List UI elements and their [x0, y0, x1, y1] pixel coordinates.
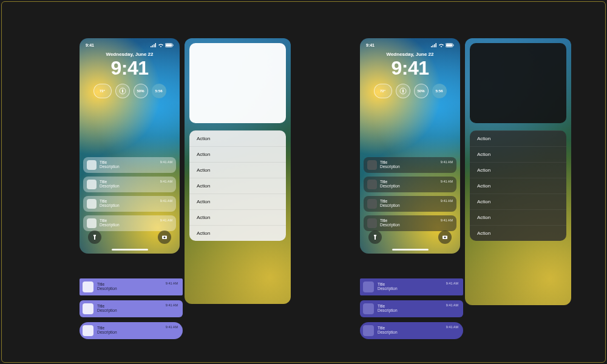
- notif-time: 9:41 AM: [446, 281, 458, 285]
- notif-time: 9:41 AM: [441, 180, 453, 183]
- lock-time: 9:41: [80, 58, 180, 78]
- context-action[interactable]: Action: [189, 146, 286, 162]
- app-icon: [363, 303, 374, 314]
- notification-preview[interactable]: [470, 43, 566, 123]
- context-action[interactable]: Action: [470, 162, 566, 178]
- lock-widgets: 72° 50% 5:56: [360, 84, 460, 98]
- notif-time: 9:41 AM: [166, 281, 178, 285]
- context-action[interactable]: Action: [470, 178, 566, 194]
- svg-point-5: [164, 237, 166, 238]
- context-action[interactable]: Action: [470, 225, 566, 241]
- lock-notifications: TitleDescription 9:41 AM TitleDescriptio…: [364, 157, 456, 231]
- camera-button[interactable]: [158, 231, 171, 244]
- notif-time: 9:41 AM: [160, 199, 172, 203]
- status-icons: [431, 42, 454, 47]
- notification-variant-square[interactable]: TitleDescription 9:41 AM: [80, 278, 183, 295]
- svg-rect-2: [173, 44, 174, 46]
- context-action[interactable]: Action: [189, 194, 286, 209]
- lock-datetime: Wednesday, June 22 9:41: [80, 52, 180, 78]
- notification-preview[interactable]: [189, 43, 286, 123]
- notification-variants-dark: TitleDescription 9:41 AM TitleDescriptio…: [360, 278, 463, 339]
- svg-rect-7: [446, 44, 452, 46]
- lock-notification[interactable]: TitleDescription 9:41 AM: [83, 196, 176, 212]
- widget-humidity[interactable]: 50%: [414, 84, 429, 98]
- camera-button[interactable]: [438, 231, 452, 244]
- context-action[interactable]: Action: [470, 130, 566, 146]
- app-icon: [363, 281, 374, 292]
- widget-compass[interactable]: [115, 84, 130, 98]
- notification-variant-rounded[interactable]: TitleDescription 9:41 AM: [80, 300, 183, 317]
- status-icons: [151, 42, 174, 47]
- notification-variant-rounded[interactable]: TitleDescription 9:41 AM: [360, 300, 463, 317]
- lock-notification[interactable]: TitleDescription 9:41 AM: [364, 177, 456, 192]
- lock-date: Wednesday, June 22: [360, 52, 460, 57]
- lock-notification[interactable]: TitleDescription 9:41 AM: [83, 215, 176, 231]
- notif-time: 9:41 AM: [166, 325, 178, 329]
- status-bar: 9:41: [80, 38, 180, 48]
- app-icon: [367, 160, 377, 170]
- compass-icon: [119, 87, 126, 95]
- context-action[interactable]: Action: [470, 146, 566, 162]
- status-bar: 9:41: [360, 38, 460, 48]
- lockscreen-dark: 9:41 Wednesday, June 22 9:41 72° 50% 5:5…: [360, 38, 460, 254]
- svg-rect-8: [453, 44, 454, 46]
- quick-actions: [88, 231, 171, 244]
- notification-variant-square[interactable]: TitleDescription 9:41 AM: [360, 278, 463, 295]
- context-panel-light: Action Action Action Action Action Actio…: [185, 38, 291, 304]
- widget-weather[interactable]: 72°: [374, 84, 392, 98]
- notif-time: 9:41 AM: [160, 160, 172, 164]
- home-indicator[interactable]: [392, 249, 429, 251]
- widget-humidity[interactable]: 50%: [134, 84, 148, 98]
- app-icon: [87, 199, 97, 209]
- lock-date: Wednesday, June 22: [80, 52, 180, 57]
- widget-compass[interactable]: [396, 84, 410, 98]
- context-action[interactable]: Action: [189, 162, 286, 178]
- cellular-icon: [431, 43, 437, 47]
- lock-notification[interactable]: TitleDescription 9:41 AM: [364, 196, 456, 212]
- context-action[interactable]: Action: [189, 225, 286, 241]
- lock-notification[interactable]: TitleDescription 9:41 AM: [83, 157, 176, 173]
- camera-icon: [161, 234, 168, 240]
- app-icon: [87, 160, 97, 170]
- lock-notification[interactable]: TitleDescription 9:41 AM: [364, 157, 456, 173]
- widget-time[interactable]: 5:56: [432, 84, 447, 98]
- svg-rect-1: [166, 44, 172, 46]
- notif-time: 9:41 AM: [160, 218, 172, 222]
- app-icon: [87, 180, 97, 189]
- lock-notifications: TitleDescription 9:41 AM TitleDescriptio…: [83, 157, 176, 231]
- app-icon: [363, 325, 374, 336]
- lock-datetime: Wednesday, June 22 9:41: [360, 52, 460, 78]
- lock-time: 9:41: [360, 58, 460, 78]
- battery-icon: [165, 43, 174, 47]
- context-actions: Action Action Action Action Action Actio…: [470, 130, 566, 241]
- notif-time: 9:41 AM: [441, 218, 453, 222]
- app-icon: [367, 180, 377, 189]
- widget-time[interactable]: 5:56: [152, 84, 166, 98]
- status-time: 9:41: [86, 43, 94, 47]
- context-action[interactable]: Action: [189, 178, 286, 194]
- status-time: 9:41: [366, 43, 375, 47]
- home-indicator[interactable]: [112, 249, 148, 251]
- context-panel-dark: Action Action Action Action Action Actio…: [465, 38, 571, 305]
- notification-variant-pill[interactable]: TitleDescription 9:41 AM: [80, 322, 183, 339]
- notification-variant-pill[interactable]: TitleDescription 9:41 AM: [360, 322, 463, 339]
- wifi-icon: [158, 43, 164, 47]
- context-action[interactable]: Action: [470, 209, 566, 225]
- context-actions: Action Action Action Action Action Actio…: [189, 130, 286, 241]
- lockscreen-light: 9:41 Wednesday, June 22 9:41 72° 50% 5:5…: [80, 38, 180, 254]
- flashlight-button[interactable]: [368, 231, 382, 244]
- lock-notification[interactable]: TitleDescription 9:41 AM: [364, 215, 456, 231]
- app-icon: [87, 218, 97, 228]
- wifi-icon: [438, 43, 444, 47]
- notification-variants-light: TitleDescription 9:41 AM TitleDescriptio…: [80, 278, 183, 339]
- compass-icon: [399, 87, 407, 95]
- context-action[interactable]: Action: [189, 209, 286, 225]
- battery-icon: [446, 43, 454, 47]
- widget-weather[interactable]: 72°: [93, 84, 112, 98]
- flashlight-icon: [372, 234, 378, 240]
- svg-point-11: [444, 237, 446, 238]
- context-action[interactable]: Action: [470, 194, 566, 209]
- context-action[interactable]: Action: [189, 130, 286, 146]
- flashlight-button[interactable]: [88, 231, 101, 244]
- lock-notification[interactable]: TitleDescription 9:41 AM: [83, 177, 176, 192]
